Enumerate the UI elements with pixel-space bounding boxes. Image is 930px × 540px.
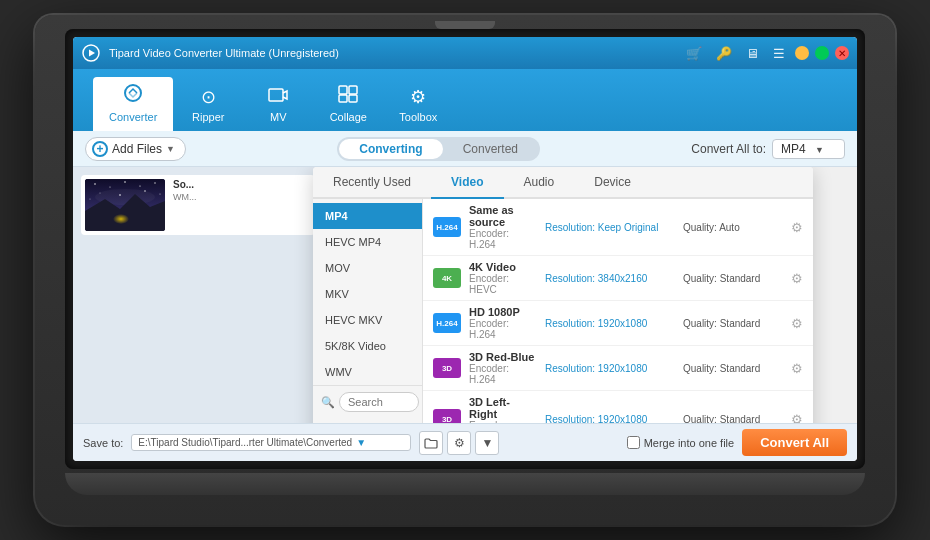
format-wmv[interactable]: WMV (313, 359, 422, 385)
display-icon[interactable]: 🖥 (742, 44, 763, 63)
nav-converter-label: Converter (109, 111, 157, 123)
format-mov[interactable]: MOV (313, 255, 422, 281)
menu-icon[interactable]: ☰ (769, 44, 789, 63)
plus-icon: + (92, 141, 108, 157)
preset-settings-3d-lr[interactable]: ⚙ (791, 412, 803, 424)
bottom-bar: Save to: E:\Tipard Studio\Tipard...rter … (73, 423, 857, 461)
convert-all-to: Convert All to: MP4 ▼ (691, 139, 845, 159)
tab-converting[interactable]: Converting (339, 139, 442, 159)
preset-1080p[interactable]: H.264 HD 1080P Encoder: H.264 Resolution… (423, 301, 813, 346)
format-mkv[interactable]: MKV (313, 281, 422, 307)
format-value: MP4 (781, 142, 806, 156)
tab-converted[interactable]: Converted (443, 139, 538, 159)
nav-mv-label: MV (270, 111, 287, 123)
convert-all-button[interactable]: Convert All (742, 429, 847, 456)
add-files-label: Add Files (112, 142, 162, 156)
preset-detail-3d-lr: 3D Left-Right Encoder: H.264 (469, 396, 537, 423)
format-hevc-mkv[interactable]: HEVC MKV (313, 307, 422, 333)
preset-4k[interactable]: 4K 4K Video Encoder: HEVC Resolution: 38… (423, 256, 813, 301)
preset-res-3d-red: Resolution: 1920x1080 (545, 363, 675, 374)
tab-device[interactable]: Device (574, 167, 651, 197)
nav-collage[interactable]: Collage (313, 79, 383, 131)
key-icon[interactable]: 🔑 (712, 44, 736, 63)
titlebar-controls: 🛒 🔑 🖥 ☰ − □ ✕ (682, 44, 849, 63)
main-content: So... WM... Recently Used Video Audio De (73, 167, 857, 423)
preset-same-as-source[interactable]: H.264 Same as source Encoder: H.264 Reso… (423, 199, 813, 256)
search-input[interactable] (339, 392, 419, 412)
format-select[interactable]: MP4 ▼ (772, 139, 845, 159)
preset-settings-same[interactable]: ⚙ (791, 220, 803, 235)
bottom-icons: ⚙ ▼ (419, 431, 499, 455)
app-logo (81, 43, 101, 63)
nav-toolbox[interactable]: ⚙ Toolbox (383, 80, 453, 131)
preset-detail-same: Same as source Encoder: H.264 (469, 204, 537, 250)
preset-badge-3d-lr: 3D (433, 409, 461, 423)
add-files-dropdown-icon: ▼ (166, 144, 175, 154)
preset-badge-1080p: H.264 (433, 313, 461, 333)
merge-checkbox-text: Merge into one file (644, 437, 735, 449)
preset-3d-red[interactable]: 3D 3D Red-Blue Encoder: H.264 Resolution… (423, 346, 813, 391)
laptop-screen: Tipard Video Converter Ultimate (Unregis… (73, 37, 857, 461)
navbar: Converter ⊙ Ripper MV (73, 69, 857, 131)
add-files-button[interactable]: + Add Files ▼ (85, 137, 186, 161)
preset-quality-same: Quality: Auto (683, 222, 783, 233)
svg-point-16 (160, 194, 161, 195)
preset-3d-lr[interactable]: 3D 3D Left-Right Encoder: H.264 Resoluti… (423, 391, 813, 423)
preset-name-4k: 4K Video (469, 261, 537, 273)
save-path: E:\Tipard Studio\Tipard...rter Ultimate\… (131, 434, 411, 451)
nav-converter[interactable]: Converter (93, 77, 173, 131)
preset-settings-4k[interactable]: ⚙ (791, 271, 803, 286)
preset-res-4k: Resolution: 3840x2160 (545, 273, 675, 284)
tab-recently-used[interactable]: Recently Used (313, 167, 431, 197)
format-mp4[interactable]: MP4 (313, 203, 422, 229)
app: Tipard Video Converter Ultimate (Unregis… (73, 37, 857, 461)
arrow-icon-btn[interactable]: ▼ (475, 431, 499, 455)
laptop-screen-bezel: Tipard Video Converter Ultimate (Unregis… (65, 29, 865, 469)
nav-mv[interactable]: MV (243, 81, 313, 131)
preset-settings-3d-red[interactable]: ⚙ (791, 361, 803, 376)
search-box: 🔍 (313, 385, 422, 418)
merge-checkbox-label[interactable]: Merge into one file (627, 436, 735, 449)
format-dropdown-panel: Recently Used Video Audio Device MP4 HEV… (313, 167, 813, 423)
tab-video[interactable]: Video (431, 167, 503, 197)
svg-rect-7 (349, 95, 357, 102)
preset-name-1080p: HD 1080P (469, 306, 537, 318)
maximize-button[interactable]: □ (815, 46, 829, 60)
cart-icon[interactable]: 🛒 (682, 44, 706, 63)
file-meta: WM... (173, 192, 311, 202)
preset-quality-3d-lr: Quality: Standard (683, 414, 783, 424)
minimize-button[interactable]: − (795, 46, 809, 60)
preset-name-same: Same as source (469, 204, 537, 228)
save-to-label: Save to: (83, 437, 123, 449)
settings-icon-btn[interactable]: ⚙ (447, 431, 471, 455)
format-hevc-mp4[interactable]: HEVC MP4 (313, 229, 422, 255)
titlebar: Tipard Video Converter Ultimate (Unregis… (73, 37, 857, 69)
tab-audio[interactable]: Audio (504, 167, 575, 197)
path-dropdown-icon[interactable]: ▼ (356, 437, 366, 448)
format-5k8k[interactable]: 5K/8K Video (313, 333, 422, 359)
toolbar: + Add Files ▼ Converting Converted Conve… (73, 131, 857, 167)
left-panel: So... WM... (73, 167, 323, 423)
preset-quality-1080p: Quality: Standard (683, 318, 783, 329)
close-button[interactable]: ✕ (835, 46, 849, 60)
preset-res-1080p: Resolution: 1920x1080 (545, 318, 675, 329)
nav-ripper[interactable]: ⊙ Ripper (173, 80, 243, 131)
merge-checkbox-input[interactable] (627, 436, 640, 449)
preset-encoder-3d-lr: Encoder: H.264 (469, 420, 537, 423)
laptop-outer: Tipard Video Converter Ultimate (Unregis… (35, 15, 895, 525)
svg-point-21 (113, 214, 129, 224)
preset-encoder-same: Encoder: H.264 (469, 228, 537, 250)
converter-icon (123, 83, 143, 108)
nav-ripper-label: Ripper (192, 111, 224, 123)
preset-settings-1080p[interactable]: ⚙ (791, 316, 803, 331)
laptop-base (65, 473, 865, 495)
file-info: So... WM... (173, 179, 311, 231)
preset-detail-4k: 4K Video Encoder: HEVC (469, 261, 537, 295)
folder-icon-btn[interactable] (419, 431, 443, 455)
svg-point-9 (94, 183, 96, 185)
collage-icon (338, 85, 358, 108)
svg-rect-4 (339, 86, 347, 94)
preset-encoder-4k: Encoder: HEVC (469, 273, 537, 295)
toolbox-icon: ⚙ (410, 86, 426, 108)
svg-point-11 (124, 181, 126, 183)
